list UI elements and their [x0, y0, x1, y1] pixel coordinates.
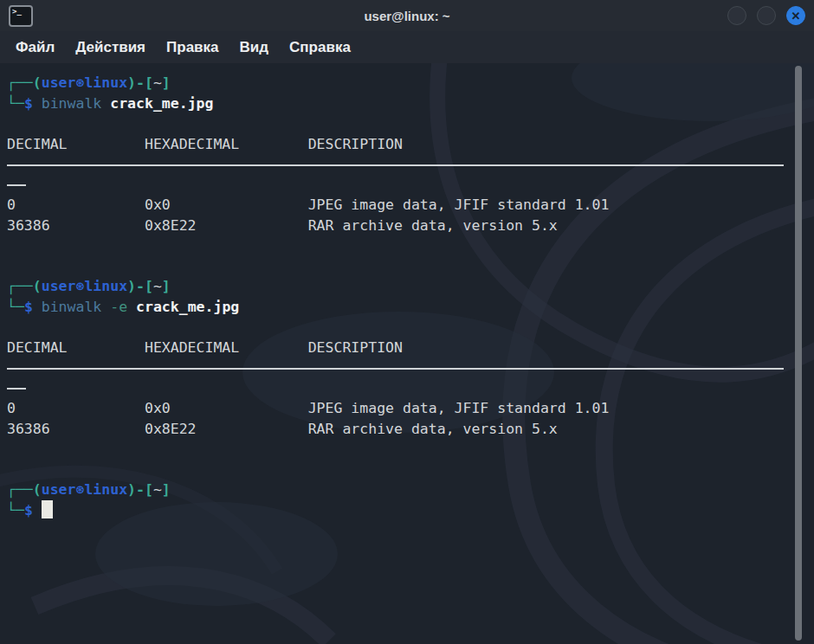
terminal-text: user — [42, 74, 76, 91]
output-separator-line — [7, 184, 26, 186]
output-separator-line — [7, 164, 784, 166]
terminal-line: ┌──(user⊛linux)-[~] — [7, 276, 807, 297]
terminal-text: 0 0x0 JPEG image data, JFIF standard 1.0… — [7, 196, 609, 213]
menu-item-file[interactable]: Файл — [7, 35, 63, 60]
terminal-text — [33, 95, 42, 112]
terminal-text: ⊛ — [76, 481, 85, 498]
terminal-text: 36386 0x8E22 RAR archive data, version 5… — [7, 217, 558, 234]
terminal-line: └─$ binwalk crack_me.jpg — [7, 93, 807, 114]
terminal-text: ~ — [153, 278, 162, 294]
terminal-text: DECIMAL HEXADECIMAL DESCRIPTION — [7, 136, 403, 152]
menu-item-actions[interactable]: Действия — [67, 35, 154, 60]
window-controls: ✕ — [727, 6, 805, 25]
terminal-icon: >_ — [9, 5, 33, 27]
close-button[interactable]: ✕ — [786, 6, 805, 25]
terminal-text: binwalk — [42, 95, 110, 112]
terminal-line — [7, 235, 807, 256]
terminal-line — [7, 175, 807, 196]
terminal-text: linux — [84, 74, 127, 91]
terminal-window: >_ user@linux: ~ ✕ ФайлДействияПравкаВид… — [0, 0, 814, 644]
terminal-line: DECIMAL HEXADECIMAL DESCRIPTION — [7, 134, 807, 155]
terminal-text: ┌──( — [7, 481, 42, 498]
terminal-text: )-[ — [127, 481, 153, 498]
output-separator-line — [7, 388, 26, 390]
terminal-text: linux — [84, 481, 127, 498]
terminal-text: user — [42, 278, 76, 294]
terminal-text: user — [42, 481, 76, 498]
terminal-text: └─ — [7, 502, 24, 518]
scrollbar-thumb[interactable] — [795, 66, 802, 641]
terminal-text: ┌──( — [7, 278, 42, 294]
terminal-line — [7, 357, 807, 378]
terminal-line: ┌──(user⊛linux)-[~] — [7, 73, 807, 93]
terminal-text: ] — [162, 74, 171, 91]
terminal-body[interactable]: ┌──(user⊛linux)-[~]└─$ binwalk crack_me.… — [0, 63, 814, 520]
terminal-text: $ — [24, 502, 33, 518]
terminal-text: -e — [110, 299, 136, 315]
maximize-button[interactable] — [757, 6, 776, 25]
terminal-text: ~ — [153, 481, 162, 498]
terminal-line — [7, 256, 807, 277]
terminal-text — [33, 299, 42, 315]
terminal-line: 36386 0x8E22 RAR archive data, version 5… — [7, 419, 807, 440]
terminal-text: ⊛ — [76, 74, 85, 91]
terminal-text: └─ — [7, 299, 24, 315]
terminal-text: crack_me.jpg — [110, 95, 213, 112]
terminal-line — [7, 154, 807, 175]
terminal-line — [7, 439, 807, 460]
terminal-cursor — [42, 500, 53, 518]
terminal-line: 36386 0x8E22 RAR archive data, version 5… — [7, 216, 807, 236]
terminal-line: ┌──(user⊛linux)-[~] — [7, 480, 807, 500]
window-title: user@linux: ~ — [0, 9, 814, 23]
terminal-text: DECIMAL HEXADECIMAL DESCRIPTION — [7, 339, 403, 356]
minimize-button[interactable] — [727, 6, 746, 25]
terminal-text: ] — [162, 278, 171, 294]
terminal-text: ] — [162, 481, 171, 498]
terminal-text: linux — [84, 278, 127, 294]
terminal-text: ⊛ — [76, 278, 85, 294]
output-separator-line — [7, 368, 784, 370]
terminal-line: DECIMAL HEXADECIMAL DESCRIPTION — [7, 338, 807, 358]
terminal-text: ┌──( — [7, 74, 42, 91]
terminal-text: )-[ — [127, 74, 153, 91]
terminal-text: $ — [24, 299, 33, 315]
terminal-line — [7, 113, 807, 134]
menu-item-help[interactable]: Справка — [281, 35, 359, 60]
terminal-text: 36386 0x8E22 RAR archive data, version 5… — [7, 421, 558, 437]
terminal-text: binwalk — [42, 299, 110, 315]
terminal-text: $ — [24, 95, 33, 112]
menu-item-edit[interactable]: Правка — [158, 35, 227, 60]
terminal-line: 0 0x0 JPEG image data, JFIF standard 1.0… — [7, 195, 807, 216]
terminal-text: ~ — [153, 74, 162, 91]
terminal-text: )-[ — [127, 278, 153, 294]
terminal-line — [7, 378, 807, 399]
terminal-line — [7, 317, 807, 338]
terminal-text: 0 0x0 JPEG image data, JFIF standard 1.0… — [7, 400, 609, 416]
terminal-text: └─ — [7, 95, 24, 112]
menu-bar: ФайлДействияПравкаВидСправка — [0, 31, 814, 63]
title-bar[interactable]: >_ user@linux: ~ ✕ — [0, 0, 814, 31]
terminal-text: crack_me.jpg — [136, 299, 239, 315]
terminal-line: └─$ binwalk -e crack_me.jpg — [7, 297, 807, 318]
menu-item-view[interactable]: Вид — [231, 35, 278, 60]
terminal-line: └─$ — [7, 500, 807, 521]
terminal-line — [7, 460, 807, 480]
terminal-text — [33, 502, 42, 518]
terminal-line: 0 0x0 JPEG image data, JFIF standard 1.0… — [7, 398, 807, 419]
